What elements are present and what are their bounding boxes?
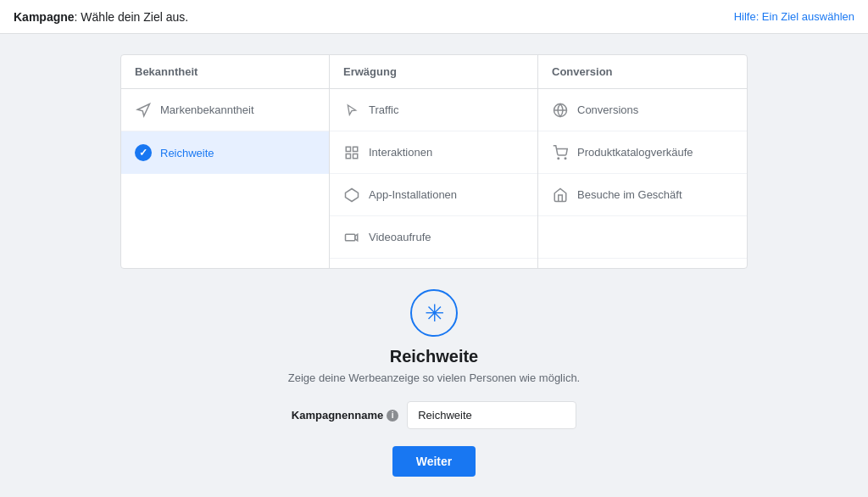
video-icon (343, 229, 360, 246)
svg-rect-5 (346, 234, 355, 241)
col-header-erwaegung: Erwägung (330, 55, 538, 88)
goal-item-label: App-Installationen (369, 188, 457, 201)
goal-item-reichweite[interactable]: Reichweite (121, 131, 329, 174)
col-conversion: Conversions Produktkatalogverkäufe (538, 89, 747, 269)
cursor-icon (343, 102, 360, 119)
svg-point-10 (558, 158, 559, 159)
svg-rect-3 (353, 154, 358, 158)
weiter-button[interactable]: Weiter (392, 446, 476, 477)
goal-item-app-installationen[interactable]: App-Installationen (330, 174, 537, 216)
empty-row-2 (538, 259, 747, 269)
goal-item-traffic[interactable]: Traffic (330, 89, 537, 131)
goal-item-besuche-geschaeft[interactable]: Besuche im Geschäft (538, 174, 747, 216)
goal-item-videoaufrufe[interactable]: Videoaufrufe (330, 216, 537, 259)
svg-marker-4 (346, 188, 359, 201)
info-icon[interactable]: i (387, 410, 398, 422)
goal-item-label: Markenbekanntheit (160, 103, 254, 116)
selected-goal-description: Zeige deine Werbeanzeige so vielen Perso… (288, 371, 580, 384)
main-content: Bekanntheit Erwägung Conversion Markenbe… (0, 34, 868, 497)
goal-item-produktkatalog[interactable]: Produktkatalogverkäufe (538, 131, 747, 174)
goal-item-interaktionen[interactable]: Interaktionen (330, 131, 537, 174)
empty-row-1 (538, 216, 747, 259)
goal-table: Bekanntheit Erwägung Conversion Markenbe… (120, 54, 748, 269)
goal-item-label: Interaktionen (369, 146, 432, 159)
goal-item-label: Conversions (577, 103, 638, 116)
col-bekanntheit: Markenbekanntheit Reichweite (121, 89, 330, 269)
campaign-name-label: Kampagnenname i (292, 409, 398, 422)
col-header-conversion: Conversion (538, 55, 747, 88)
campaign-name-input[interactable] (407, 401, 576, 429)
svg-rect-0 (346, 147, 350, 151)
bottom-section: ✳ Reichweite Zeige deine Werbeanzeige so… (120, 289, 748, 477)
goal-item-label: Produktkatalogverkäufe (577, 146, 693, 159)
goal-table-header: Bekanntheit Erwägung Conversion (121, 55, 747, 89)
campaign-name-row: Kampagnenname i (292, 401, 576, 429)
page-title: Kampagne: Wähle dein Ziel aus. (14, 10, 188, 24)
store-icon (552, 187, 569, 204)
goal-item-leadgenerierung[interactable]: Leadgenerierung (330, 259, 537, 269)
goal-item-conversions[interactable]: Conversions (538, 89, 747, 131)
page-title-rest: : Wähle dein Ziel aus. (75, 10, 189, 24)
col-erwaegung: Traffic Interaktionen (330, 89, 538, 269)
help-link[interactable]: Hilfe: Ein Ziel auswählen (734, 10, 854, 23)
goal-item-label: Besuche im Geschäft (577, 188, 682, 201)
globe-icon (552, 102, 569, 119)
page-title-bold: Kampagne (14, 10, 75, 24)
goal-item-label: Reichweite (160, 147, 214, 159)
svg-point-11 (565, 158, 566, 159)
check-icon (135, 144, 152, 161)
svg-rect-2 (346, 154, 350, 158)
goal-item-label: Traffic (369, 103, 398, 116)
col-header-bekanntheit: Bekanntheit (121, 55, 330, 88)
top-bar: Kampagne: Wähle dein Ziel aus. Hilfe: Ei… (0, 0, 868, 34)
cart-icon (552, 144, 569, 161)
selected-big-icon: ✳ (410, 289, 458, 337)
interact-icon (343, 144, 360, 161)
svg-marker-6 (355, 234, 358, 241)
svg-rect-1 (353, 147, 358, 151)
selected-goal-title: Reichweite (390, 347, 478, 366)
megaphone-icon (135, 102, 152, 119)
goal-item-markenbekanntheit[interactable]: Markenbekanntheit (121, 89, 329, 131)
app-icon (343, 187, 360, 204)
goal-item-label: Videoaufrufe (369, 231, 431, 243)
goal-table-body: Markenbekanntheit Reichweite Traffic (121, 89, 747, 269)
